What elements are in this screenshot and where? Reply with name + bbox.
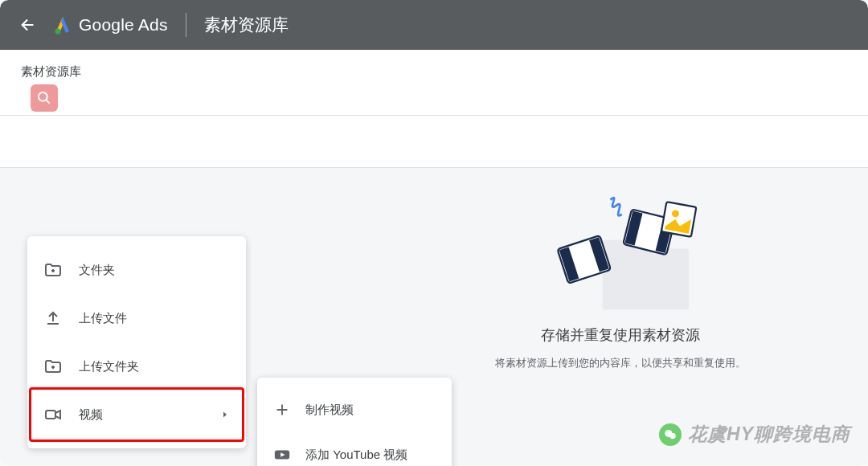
back-button[interactable] (14, 11, 42, 39)
menu-item-label: 上传文件夹 (79, 359, 230, 374)
svg-point-1 (39, 92, 47, 101)
search-button[interactable] (31, 84, 58, 112)
empty-subtitle: 将素材资源上传到您的内容库，以便共享和重复使用。 (452, 356, 789, 370)
menu-item-upload-folder[interactable]: 上传文件夹 (27, 342, 246, 390)
submenu-item-label: 添加 YouTube 视频 (305, 448, 407, 463)
search-icon (36, 90, 52, 106)
submenu-item-create-video[interactable]: 制作视频 (257, 387, 452, 432)
chevron-right-icon (220, 410, 230, 419)
menu-item-video[interactable]: 视频 (27, 390, 246, 439)
content-body: 存储并重复使用素材资源 将素材资源上传到您的内容库，以便共享和重复使用。 文件夹… (0, 116, 868, 466)
svg-rect-2 (603, 249, 689, 310)
page-title: 素材资源库 (204, 14, 289, 36)
empty-state: 存储并重复使用素材资源 将素材资源上传到您的内容库，以便共享和重复使用。 (452, 184, 789, 370)
app-header: Google Ads 素材资源库 (0, 0, 868, 50)
submenu-item-label: 制作视频 (305, 403, 354, 418)
folder-plus-icon (43, 357, 63, 376)
menu-item-label: 上传文件 (79, 311, 230, 326)
video-submenu: 制作视频 添加 YouTube 视频 添加旁白 (257, 378, 452, 466)
svg-point-0 (55, 29, 61, 35)
wechat-icon (659, 423, 682, 446)
plus-icon (273, 401, 291, 419)
menu-item-upload-file[interactable]: 上传文件 (27, 294, 246, 342)
add-asset-menu: 文件夹 上传文件 上传文件夹 视频 (27, 236, 246, 448)
youtube-icon (273, 446, 291, 464)
menu-item-label: 文件夹 (79, 263, 230, 278)
watermark-text: 花虞HY聊跨境电商 (688, 422, 850, 447)
empty-illustration-icon (540, 184, 701, 321)
menu-item-label: 视频 (79, 407, 220, 423)
menu-item-folder[interactable]: 文件夹 (27, 246, 246, 294)
subheader: 素材资源库 (0, 50, 868, 115)
svg-rect-12 (46, 411, 55, 419)
brand: Google Ads (53, 15, 168, 35)
watermark: 花虞HY聊跨境电商 (659, 422, 850, 447)
video-icon (43, 405, 63, 424)
header-divider (186, 13, 186, 37)
google-ads-logo-icon (53, 15, 72, 35)
brand-text: Google Ads (79, 15, 168, 35)
svg-point-16 (669, 432, 676, 439)
empty-title: 存储并重复使用素材资源 (452, 325, 789, 345)
upload-icon (43, 309, 63, 328)
arrow-left-icon (19, 16, 37, 34)
submenu-item-add-youtube[interactable]: 添加 YouTube 视频 (257, 432, 452, 466)
folder-plus-icon (43, 260, 63, 280)
breadcrumb: 素材资源库 (21, 64, 868, 80)
